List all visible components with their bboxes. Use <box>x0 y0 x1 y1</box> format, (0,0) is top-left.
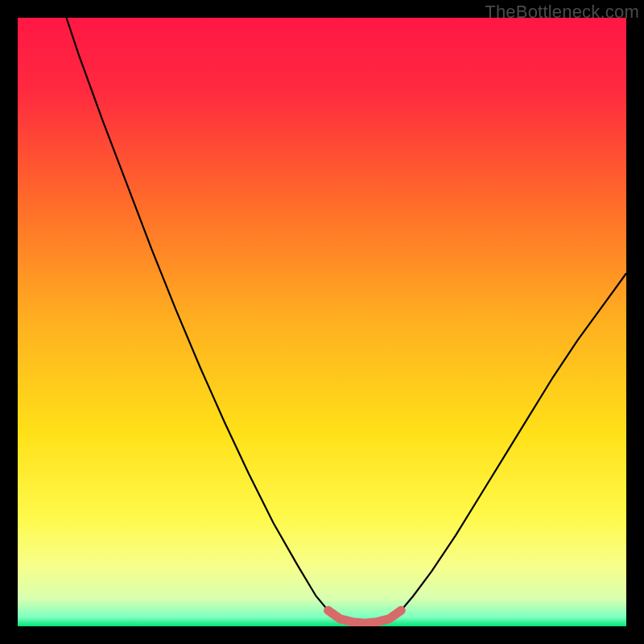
bottleneck-chart <box>18 18 626 626</box>
chart-background <box>18 18 626 626</box>
watermark-text: TheBottleneck.com <box>485 2 639 23</box>
chart-frame <box>18 18 626 626</box>
